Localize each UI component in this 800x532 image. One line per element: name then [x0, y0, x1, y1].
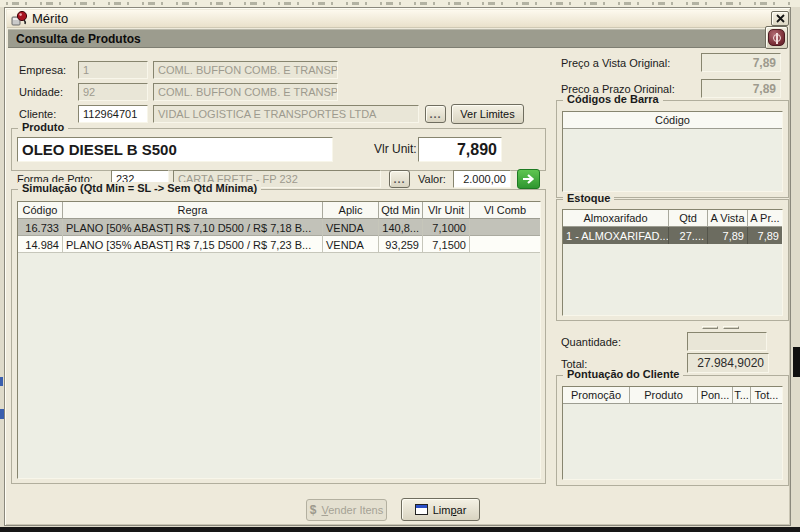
close-button[interactable]	[771, 11, 789, 26]
col-header-codigo-barra: Código	[563, 112, 782, 129]
cell-qtd: 27....	[669, 227, 708, 244]
col-header-codigo: Código	[18, 202, 63, 219]
screen: Mérito Consulta de Produtos Empresa: 1 C…	[0, 0, 800, 532]
preco-vista-label: Preço a Vista Original:	[561, 56, 670, 71]
power-icon	[768, 29, 785, 46]
resize-grip[interactable]	[702, 326, 718, 329]
col-header-regra: Regra	[63, 202, 323, 219]
cell-vl-comb	[470, 236, 540, 253]
cliente-name-field: VIDAL LOGISTICA E TRANSPORTES LTDA	[153, 105, 419, 123]
quantidade-label: Quantidade:	[561, 335, 621, 350]
cell-a-prazo: 7,89	[748, 227, 782, 244]
cell-codigo: 14.984	[18, 236, 63, 253]
cell-vlr-unit: 7,1000	[423, 219, 470, 236]
empresa-code-field: 1	[78, 61, 148, 79]
vlr-unit-input[interactable]: 7,890	[418, 137, 502, 162]
produto-group-label: Produto	[18, 121, 68, 133]
simulacao-grid: Código Regra Aplic Qtd Min Vlr Unit Vl C…	[17, 201, 541, 479]
estoque-grid: Almoxarifado Qtd A Vista A Pr... 1 - ALM…	[562, 209, 783, 316]
col-header-aplic: Aplic	[323, 202, 379, 219]
total-field: 27.984,9020	[687, 353, 769, 373]
estoque-row-selected[interactable]: 1 - ALMOXARIFAD... 27.... 7,89 7,89	[563, 227, 782, 244]
window-clear-icon	[415, 504, 428, 515]
col-header-t: T...	[733, 387, 751, 404]
valor-label: Valor:	[418, 172, 446, 187]
background-artifact	[793, 347, 800, 377]
cell-aplic: VENDA	[323, 219, 379, 236]
forma-pgto-browse-button[interactable]: ...	[389, 170, 410, 188]
cell-qtd-min: 93,259	[379, 236, 423, 253]
col-header-vlr-unit: Vlr Unit	[423, 202, 470, 219]
close-icon	[776, 14, 785, 23]
codigos-barra-header-row: Código	[563, 112, 782, 129]
limpar-label-pre: Lim	[433, 504, 451, 516]
cliente-code-input[interactable]: 112964701	[78, 105, 148, 123]
merito-app-icon	[11, 11, 28, 26]
window-title: Mérito	[32, 11, 68, 26]
codigos-barra-group-label: Códigos de Barra	[563, 93, 663, 105]
limpar-button[interactable]: Limpar	[401, 498, 480, 521]
col-header-qtd-min: Qtd Min	[379, 202, 423, 219]
col-header-pon: Pon...	[698, 387, 733, 404]
cell-regra: PLANO [50% ABAST] R$ 7,10 D500 / R$ 7,18…	[63, 219, 323, 236]
cliente-label: Cliente:	[19, 107, 56, 122]
vender-itens-button[interactable]: $ Vender Itens	[306, 499, 387, 521]
simulacao-header-row: Código Regra Aplic Qtd Min Vlr Unit Vl C…	[18, 202, 540, 219]
vender-itens-label-rest: ender Itens	[328, 504, 383, 516]
limpar-label-rest: ar	[457, 504, 467, 516]
unidade-name-field: COML. BUFFON COMB. E TRANSP. L	[153, 83, 338, 101]
cell-regra: PLANO [35% ABAST] R$ 7,15 D500 / R$ 7,23…	[63, 236, 323, 253]
cell-codigo: 16.733	[18, 219, 63, 236]
preco-vista-field: 7,89	[701, 53, 781, 72]
pontuacao-group-label: Pontuação do Cliente	[563, 368, 683, 380]
confirm-valor-button[interactable]	[517, 169, 540, 189]
background-window-artifact	[6, 2, 794, 5]
cell-almoxarifado: 1 - ALMOXARIFAD...	[563, 227, 669, 244]
col-header-almoxarifado: Almoxarifado	[563, 210, 669, 227]
form-header-title: Consulta de Produtos	[16, 32, 141, 46]
col-header-qtd: Qtd	[669, 210, 708, 227]
unidade-label: Unidade:	[19, 85, 63, 100]
dollar-icon: $	[310, 503, 317, 517]
cell-qtd-min: 140,8...	[379, 219, 423, 236]
empresa-label: Empresa:	[19, 63, 66, 78]
cell-aplic: VENDA	[323, 236, 379, 253]
ver-limites-button[interactable]: Ver Limites	[451, 104, 524, 124]
resize-grip[interactable]	[723, 326, 739, 329]
simulacao-row-selected[interactable]: 16.733 PLANO [50% ABAST] R$ 7,10 D500 / …	[18, 219, 540, 236]
col-header-vl-comb: Vl Comb	[470, 202, 540, 219]
background-artifact	[0, 377, 3, 386]
cliente-browse-button[interactable]: ...	[425, 105, 446, 123]
empresa-name-field: COML. BUFFON COMB. E TRANSP. L	[153, 61, 338, 79]
col-header-tot: Tot...	[751, 387, 782, 404]
col-header-produto: Produto	[630, 387, 698, 404]
taskbar-edge	[0, 527, 800, 532]
merito-window: Mérito Consulta de Produtos Empresa: 1 C…	[4, 7, 791, 526]
col-header-promocao: Promoção	[563, 387, 630, 404]
cell-vlr-unit: 7,1500	[423, 236, 470, 253]
simulacao-row[interactable]: 14.984 PLANO [35% ABAST] R$ 7,15 D500 / …	[18, 236, 540, 253]
vlr-unit-label: Vlr Unit:	[374, 142, 417, 157]
unidade-code-field: 92	[78, 83, 148, 101]
pontuacao-grid: Promoção Produto Pon... T... Tot...	[562, 386, 783, 480]
estoque-header-row: Almoxarifado Qtd A Vista A Pr...	[563, 210, 782, 227]
col-header-a-vista: A Vista	[708, 210, 748, 227]
quantidade-input[interactable]	[687, 332, 767, 351]
col-header-a-prazo: A Pr...	[748, 210, 782, 227]
window-titlebar[interactable]: Mérito	[7, 10, 788, 28]
arrow-right-icon	[522, 173, 535, 185]
pontuacao-header-row: Promoção Produto Pon... T... Tot...	[563, 387, 782, 404]
cell-a-vista: 7,89	[708, 227, 748, 244]
preco-prazo-field: 7,89	[701, 79, 781, 98]
cell-vl-comb	[470, 219, 540, 236]
valor-input[interactable]: 2.000,00	[453, 170, 511, 188]
form-header: Consulta de Produtos	[8, 29, 787, 48]
estoque-group-label: Estoque	[563, 192, 614, 204]
codigos-barra-grid: Código	[562, 111, 783, 192]
exit-button[interactable]	[765, 26, 788, 49]
simulacao-group-label: Simulação (Qtd Min = SL -> Sem Qtd Mínim…	[18, 182, 261, 194]
produto-nome-input[interactable]: OLEO DIESEL B S500	[17, 137, 333, 162]
